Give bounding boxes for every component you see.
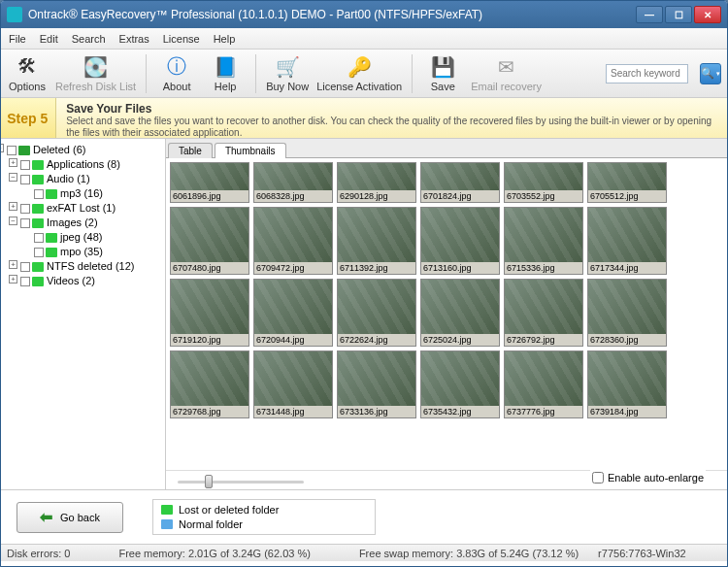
tree-label: Audio (1) [47,173,90,184]
status-bar: Disk errors: 0 Free memory: 2.01G of 3.2… [1,544,727,561]
collapse-icon[interactable]: − [9,173,17,182]
about-button[interactable]: ⓘAbout [156,55,197,92]
auto-enlarge-input[interactable] [592,472,604,484]
thumbnail-image [254,280,332,334]
folder-tree[interactable]: −Deleted (6) +Applications (8) −Audio (1… [1,139,166,489]
tree-node-jpeg[interactable]: jpeg (48) [34,230,161,245]
menu-file[interactable]: File [9,33,26,45]
refresh-label: Refresh Disk List [55,81,136,92]
tree-node-exfat-lost[interactable]: +exFAT Lost (1) [20,201,161,216]
thumbnail-image [171,208,248,262]
arrow-left-icon: ⬅ [40,508,52,526]
thumbnail-item[interactable]: 6729768.jpg [170,350,249,418]
thumbnail-image [505,208,582,262]
thumbnail-item[interactable]: 6703552.jpg [504,162,583,203]
license-activation-button[interactable]: 🔑License Activation [316,55,402,92]
menu-extras[interactable]: Extras [119,33,149,45]
auto-enlarge-checkbox[interactable]: Enable auto-enlarge [590,470,706,485]
search-button[interactable]: 🔍 [700,63,721,84]
expand-icon[interactable]: + [9,202,17,211]
thumbnail-caption: 6725024.jpg [421,334,499,346]
tree-label: Applications (8) [47,158,120,170]
status-free-memory: Free memory: 2.01G of 3.24G (62.03 %) [118,548,310,559]
thumbnail-item[interactable]: 6705512.jpg [587,162,667,203]
thumbnail-item[interactable]: 6709472.jpg [253,207,333,275]
window-title: Ontrack® EasyRecovery™ Professional (10.… [28,8,636,21]
expand-icon[interactable]: + [9,260,17,269]
thumbnail-item[interactable]: 6290128.jpg [337,162,416,203]
thumbnail-item[interactable]: 6707480.jpg [170,207,249,275]
save-button[interactable]: 💾Save [422,55,463,92]
thumbnail-item[interactable]: 6719120.jpg [170,279,249,347]
tree-node-applications[interactable]: +Applications (8) [20,157,161,172]
thumbnail-item[interactable]: 6735432.jpg [420,350,500,418]
tree-node-mpo[interactable]: mpo (35) [34,245,161,259]
thumbnail-item[interactable]: 6068328.jpg [253,162,333,203]
thumbnail-caption: 6717344.jpg [588,262,666,274]
titlebar[interactable]: Ontrack® EasyRecovery™ Professional (10.… [1,1,727,28]
tree-root[interactable]: −Deleted (6) +Applications (8) −Audio (1… [7,143,161,288]
thumbnail-image [588,208,666,262]
view-tabs: Table Thumbnails [166,139,727,158]
status-disk-errors: Disk errors: 0 [7,548,70,559]
thumbnail-item[interactable]: 6739184.jpg [587,350,667,418]
thumbnail-image [588,351,666,406]
help-button[interactable]: 📘Help [205,55,246,92]
thumbnail-grid[interactable]: 6061896.jpg6068328.jpg6290128.jpg6701824… [166,158,727,470]
menu-edit[interactable]: Edit [40,33,58,45]
go-back-label: Go back [60,512,100,523]
maximize-button[interactable]: ☐ [665,6,692,23]
collapse-icon[interactable]: − [1,144,4,152]
thumbnail-item[interactable]: 6737776.jpg [504,350,583,418]
thumbnail-item[interactable]: 6728360.jpg [587,279,667,347]
thumbnail-item[interactable]: 6722624.jpg [337,279,416,347]
tree-node-images[interactable]: −Images (2) jpeg (48) mpo (35) [20,216,161,259]
thumbnail-item[interactable]: 6733136.jpg [337,350,416,418]
app-window: Ontrack® EasyRecovery™ Professional (10.… [0,0,728,567]
menu-license[interactable]: License [163,33,200,45]
tab-thumbnails[interactable]: Thumbnails [215,143,286,158]
legend-lost-label: Lost or deleted folder [179,504,279,516]
tree-node-mp3[interactable]: mp3 (16) [34,186,161,201]
thumbnail-item[interactable]: 6726792.jpg [504,279,583,347]
search-input[interactable] [606,64,688,83]
menu-search[interactable]: Search [72,33,106,45]
app-icon [7,7,22,22]
refresh-disk-list-button[interactable]: 💽Refresh Disk List [55,55,136,92]
tree-node-audio[interactable]: −Audio (1) mp3 (16) [20,172,161,201]
menu-help[interactable]: Help [214,33,236,45]
step-banner: Step 5 Save Your Files Select and save t… [1,98,727,139]
expand-icon[interactable]: + [9,275,17,284]
thumbnail-item[interactable]: 6731448.jpg [253,350,333,418]
thumbnail-caption: 6729768.jpg [171,406,248,417]
thumbnail-item[interactable]: 6701824.jpg [420,162,500,203]
tree-node-ntfs-deleted[interactable]: +NTFS deleted (12) [20,259,161,274]
tree-label: NTFS deleted (12) [47,260,134,272]
collapse-icon[interactable]: − [9,217,17,225]
info-icon: ⓘ [165,55,188,79]
thumbnail-item[interactable]: 6717344.jpg [587,207,667,275]
thumbnail-image [505,280,582,334]
email-recovery-button[interactable]: ✉Email recovery [471,55,542,92]
close-button[interactable]: ✕ [694,6,721,23]
expand-icon[interactable]: + [9,158,17,167]
thumbnail-image [421,351,499,406]
thumbnail-caption: 6731448.jpg [254,406,332,417]
minimize-button[interactable]: — [636,6,663,23]
thumbnail-item[interactable]: 6725024.jpg [420,279,500,347]
step-title: Save Your Files [66,102,717,116]
tree-label: Images (2) [47,217,98,228]
thumbnail-item[interactable]: 6715336.jpg [504,207,583,275]
thumbnail-item[interactable]: 6711392.jpg [337,207,416,275]
tree-node-videos[interactable]: +Videos (2) [20,274,161,288]
options-button[interactable]: 🛠Options [7,55,48,92]
buy-now-button[interactable]: 🛒Buy Now [266,55,309,92]
slider-knob[interactable] [205,475,213,488]
toolbar-separator [146,54,147,93]
tab-table[interactable]: Table [168,143,213,158]
thumbnail-item[interactable]: 6061896.jpg [170,162,249,203]
go-back-button[interactable]: ⬅ Go back [17,502,123,533]
thumbnail-item[interactable]: 6713160.jpg [420,207,500,275]
thumbnail-item[interactable]: 6720944.jpg [253,279,333,347]
thumbnail-caption: 6709472.jpg [254,262,332,274]
